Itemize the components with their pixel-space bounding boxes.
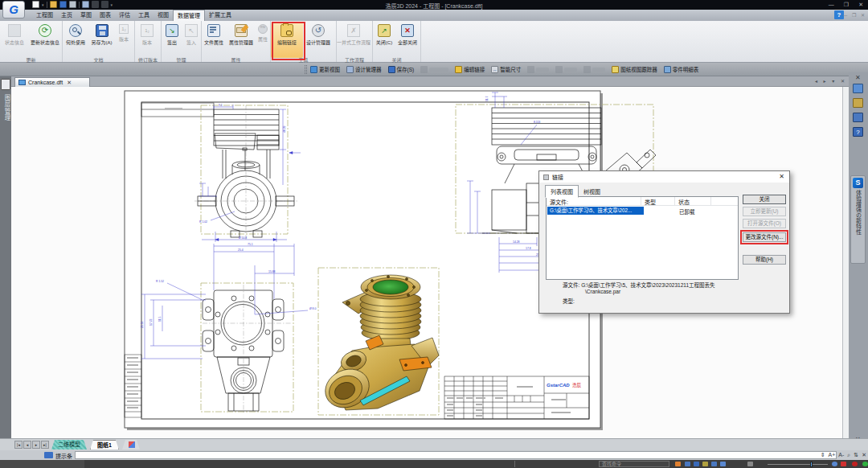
tab-engineering-drawing[interactable]: 工程图 bbox=[32, 10, 57, 21]
doc-window-controls[interactable]: — ❐ ✕ bbox=[842, 12, 866, 18]
tab-scroll-controls[interactable]: ◂ ▸ ▾ ✕ bbox=[815, 78, 847, 84]
zoom-in-icon[interactable] bbox=[832, 462, 837, 466]
right-panel-strip: ✕ ? S 体验增强の新特性 ✕ bbox=[849, 72, 868, 468]
file-properties-button[interactable]: 文件属性 bbox=[202, 23, 226, 58]
dialog-close-icon[interactable]: ✕ bbox=[779, 173, 784, 180]
svg-text:11.7: 11.7 bbox=[485, 96, 489, 101]
left-panel-strip: 图层管理 bbox=[0, 76, 11, 450]
prev-sheet-button[interactable]: ◂ bbox=[23, 441, 31, 449]
last-sheet-button[interactable]: ▸| bbox=[41, 441, 49, 449]
check-out-button[interactable]: ↘签出 bbox=[162, 23, 182, 58]
disabled-toolbar-button-4[interactable] bbox=[580, 64, 608, 75]
solid-edge-logo-icon: S bbox=[853, 178, 863, 188]
cube-icon[interactable] bbox=[853, 98, 863, 108]
parts-list-button[interactable]: 零件明细表 bbox=[661, 64, 702, 75]
close-button[interactable]: ✕ bbox=[858, 2, 863, 8]
smart-dimension-button[interactable]: ↔智能尺寸 bbox=[488, 64, 524, 75]
links-list[interactable]: 源文件: 类型 状态 G:\桌面\工作学习\5、技术文章\202... 已卸载 bbox=[546, 196, 739, 280]
property-manager-button[interactable]: 属性管理器 bbox=[226, 23, 256, 58]
image-icon[interactable] bbox=[853, 113, 863, 122]
bottom-command-bar: 查找命令 bbox=[0, 460, 868, 468]
svg-text:Ø 8.0: Ø 8.0 bbox=[309, 307, 316, 310]
help-book-icon[interactable]: ? bbox=[853, 127, 863, 137]
save-as-button[interactable]: 另存为(A) bbox=[88, 23, 115, 58]
tool-icon-2[interactable] bbox=[694, 462, 699, 466]
monitor-icon[interactable] bbox=[853, 84, 863, 93]
svg-text:25.4: 25.4 bbox=[238, 248, 244, 252]
properties-button[interactable]: mv属性 bbox=[256, 23, 269, 58]
panel-close-icon[interactable]: ✕ bbox=[855, 74, 861, 81]
close-file-button[interactable]: ↗关闭(C) bbox=[373, 23, 395, 58]
ribbon-tab-bar: 工程图 主页 草图 图表 评估 工具 视图 数据管理 扩展工具 ? — ❐ ✕ bbox=[0, 10, 868, 21]
red-status-icon[interactable] bbox=[852, 462, 858, 466]
green-status-icon[interactable] bbox=[862, 462, 868, 466]
tab-tools[interactable]: 工具 bbox=[134, 10, 154, 21]
svg-text:11.5: 11.5 bbox=[158, 317, 162, 322]
hint-label: 提示条 bbox=[55, 452, 72, 460]
workflow-button[interactable]: ✗一并式工作流程 bbox=[337, 23, 371, 58]
save-toolbar-button[interactable]: 保存(S) bbox=[385, 64, 418, 75]
tool-icon-4[interactable] bbox=[711, 462, 717, 466]
link-row-selected[interactable]: G:\桌面\工作学习\5、技术文章\202... bbox=[547, 207, 644, 215]
next-sheet-button[interactable]: ▸ bbox=[32, 441, 40, 449]
model-sheet-tab[interactable]: 二维模型 bbox=[51, 440, 87, 450]
quick-command-toolbar: 更新视图 设计管理器 保存(S) 编辑链接 ↔智能尺寸 图纸视图跟踪器 零件明细… bbox=[0, 63, 868, 76]
document-tab-bar: Crankcase.dft ✕ ◂ ▸ ▾ ✕ bbox=[0, 76, 868, 87]
arrow-icon[interactable] bbox=[675, 462, 681, 466]
dialog-title: 链接 bbox=[552, 173, 563, 181]
design-manager-toolbar-button[interactable]: 设计管理器 bbox=[343, 64, 385, 75]
tool-icon-1[interactable] bbox=[685, 462, 690, 466]
tab-extensions[interactable]: 扩展工具 bbox=[205, 10, 235, 21]
first-sheet-button[interactable]: |◂ bbox=[14, 441, 23, 449]
tool-icon-3[interactable] bbox=[702, 462, 708, 466]
where-used-button[interactable]: 何处使用 bbox=[63, 23, 88, 58]
tab-view[interactable]: 视图 bbox=[154, 10, 173, 21]
svg-text:14.28: 14.28 bbox=[513, 240, 520, 244]
update-view-button[interactable]: 更新视图 bbox=[307, 64, 343, 75]
restore-button[interactable]: ❐ bbox=[844, 2, 849, 8]
disabled-toolbar-button-2[interactable] bbox=[524, 64, 552, 75]
title-bar: ▾ ▾ 浩辰3D 2024 - 工程图 - [Crankcase.dft] —❐… bbox=[0, 0, 868, 10]
layers-panel-icon[interactable] bbox=[1, 79, 10, 90]
status-bar-icons[interactable]: ⇕A+A-⌕⇅✕ bbox=[821, 452, 866, 458]
record-button-icon[interactable] bbox=[841, 462, 846, 466]
zoom-slider[interactable] bbox=[768, 464, 828, 465]
zoom-out-icon[interactable] bbox=[747, 462, 753, 466]
status-info-button[interactable]: 状态信息 bbox=[0, 23, 29, 58]
tab-data-management[interactable]: 数据管理 bbox=[173, 10, 205, 21]
edit-links-toolbar-button[interactable]: 编辑链接 bbox=[452, 64, 488, 75]
update-now-button[interactable]: 立即更新(U) bbox=[743, 207, 786, 216]
document-close-icon[interactable]: ✕ bbox=[67, 80, 72, 86]
version-button[interactable]: 1₂版本 bbox=[115, 23, 133, 58]
sheet1-tab[interactable]: 图纸1 bbox=[90, 440, 119, 450]
tab-evaluate[interactable]: 评估 bbox=[115, 10, 134, 21]
left-panel-tab[interactable]: 图层管理 bbox=[2, 94, 11, 121]
footer-source-path: G:\桌面\工作学习\5、技术文章\2023\20231211工程图丢失 bbox=[581, 282, 714, 288]
zoom-slider-handle[interactable] bbox=[810, 462, 813, 467]
tab-sketch[interactable]: 草图 bbox=[76, 10, 96, 21]
update-status-info-button[interactable]: ⟳更新状态信息 bbox=[29, 23, 61, 58]
revision-version-button[interactable]: 1₂版本 bbox=[135, 23, 159, 58]
minimize-button[interactable]: — bbox=[829, 2, 834, 8]
new-sheet-tab[interactable] bbox=[122, 440, 140, 450]
promo-panel-tab[interactable]: S 体验增强の新特性 bbox=[850, 175, 866, 264]
tab-home[interactable]: 主页 bbox=[57, 10, 76, 21]
open-source-button[interactable]: 打开源文件(O) bbox=[743, 219, 786, 228]
document-tab-crankcase[interactable]: Crankcase.dft ✕ bbox=[14, 77, 90, 87]
command-search-input[interactable]: 查找命令 bbox=[599, 461, 669, 467]
vertical-scrollbar[interactable] bbox=[842, 87, 849, 438]
dialog-close-button[interactable]: 关闭 bbox=[743, 195, 786, 204]
svg-text:Ø 50.8: Ø 50.8 bbox=[239, 236, 247, 240]
disabled-toolbar-button-1[interactable] bbox=[417, 64, 452, 75]
tab-diagram[interactable]: 图表 bbox=[96, 10, 115, 21]
list-view-tab[interactable]: 列表视图 bbox=[545, 185, 579, 198]
document-icon bbox=[18, 80, 26, 85]
drawing-view-tracker-button[interactable]: 图纸视图跟踪器 bbox=[608, 64, 661, 75]
dialog-icon bbox=[543, 174, 549, 180]
disabled-toolbar-button-3[interactable] bbox=[552, 64, 580, 75]
tool-icon-5[interactable] bbox=[720, 462, 726, 466]
close-all-button[interactable]: ✕全部关闭 bbox=[395, 23, 420, 58]
dialog-help-button[interactable]: 帮助(H) bbox=[743, 255, 786, 265]
design-manager-button[interactable]: ↺设计管理器 bbox=[303, 23, 334, 58]
check-in-button[interactable]: ↖签入 bbox=[182, 23, 200, 58]
